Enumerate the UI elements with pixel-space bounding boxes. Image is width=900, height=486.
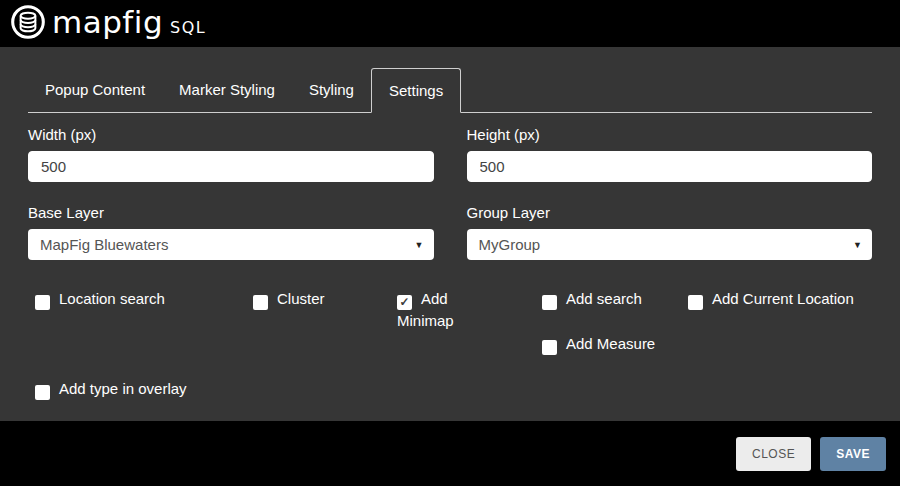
size-row: Width (px) Height (px) (28, 113, 872, 182)
layer-row: Base Layer MapFig Bluewaters ▼ Group Lay… (28, 182, 872, 260)
checkbox-icon: ✓ (542, 295, 557, 310)
logo-text: mapfig (52, 4, 163, 40)
dialog-footer: CLOSE SAVE (0, 421, 900, 486)
group-layer-label: Group Layer (467, 203, 873, 223)
group-layer-select[interactable]: MyGroup ▼ (467, 229, 873, 260)
tab-marker-styling[interactable]: Marker Styling (162, 68, 292, 112)
height-label: Height (px) (467, 125, 873, 145)
tab-popup-content[interactable]: Popup Content (28, 68, 162, 112)
app-header: mapfig SQL (0, 0, 900, 47)
checkbox-add-type-in-overlay[interactable]: ✓Add type in overlay (35, 378, 253, 423)
checkbox-label: Add Measure (566, 335, 655, 352)
checkbox-location-search[interactable]: ✓Location search (35, 288, 253, 333)
checkbox-label: Add type in overlay (59, 380, 187, 397)
checkbox-cluster[interactable]: ✓Cluster (253, 288, 397, 333)
checkbox-label: Location search (59, 290, 165, 307)
group-layer-value: MyGroup (479, 236, 541, 253)
checkbox-icon: ✓ (688, 295, 703, 310)
base-layer-label: Base Layer (28, 203, 434, 223)
checkbox-icon: ✓ (397, 295, 412, 310)
height-field-group: Height (px) (467, 113, 873, 182)
width-field-group: Width (px) (28, 113, 434, 182)
base-layer-group: Base Layer MapFig Bluewaters ▼ (28, 182, 434, 260)
checkbox-label: Add Current Location (712, 290, 854, 307)
checkbox-add-current-location[interactable]: ✓Add Current Location (688, 288, 872, 333)
tab-bar: Popup Content Marker Styling Styling Set… (28, 47, 872, 113)
base-layer-select[interactable]: MapFig Bluewaters ▼ (28, 229, 434, 260)
dropdown-arrow-icon: ▼ (853, 240, 862, 250)
height-input[interactable] (467, 151, 873, 182)
tab-styling[interactable]: Styling (292, 68, 371, 112)
settings-panel: Popup Content Marker Styling Styling Set… (0, 47, 900, 421)
checkbox-add-measure[interactable]: ✓Add Measure (542, 333, 688, 378)
save-button[interactable]: SAVE (820, 437, 886, 471)
checkbox-icon: ✓ (35, 295, 50, 310)
tab-settings[interactable]: Settings (371, 68, 461, 113)
checkbox-icon: ✓ (35, 385, 50, 400)
logo-suffix: SQL (170, 18, 206, 37)
checkbox-icon: ✓ (253, 295, 268, 310)
group-layer-group: Group Layer MyGroup ▼ (467, 182, 873, 260)
base-layer-value: MapFig Bluewaters (40, 236, 168, 253)
checkbox-icon: ✓ (542, 340, 557, 355)
database-icon (10, 4, 46, 44)
width-input[interactable] (28, 151, 434, 182)
dropdown-arrow-icon: ▼ (415, 240, 424, 250)
width-label: Width (px) (28, 125, 434, 145)
checkbox-add-minimap[interactable]: ✓Add Minimap (397, 288, 481, 333)
logo: mapfig SQL (10, 4, 206, 44)
checkbox-add-search[interactable]: ✓Add search (542, 288, 688, 333)
checkbox-label: Add search (566, 290, 642, 307)
options-grid: ✓Location search ✓Cluster ✓Add Minimap ✓… (35, 288, 872, 423)
checkbox-label: Cluster (277, 290, 325, 307)
close-button[interactable]: CLOSE (736, 437, 811, 471)
